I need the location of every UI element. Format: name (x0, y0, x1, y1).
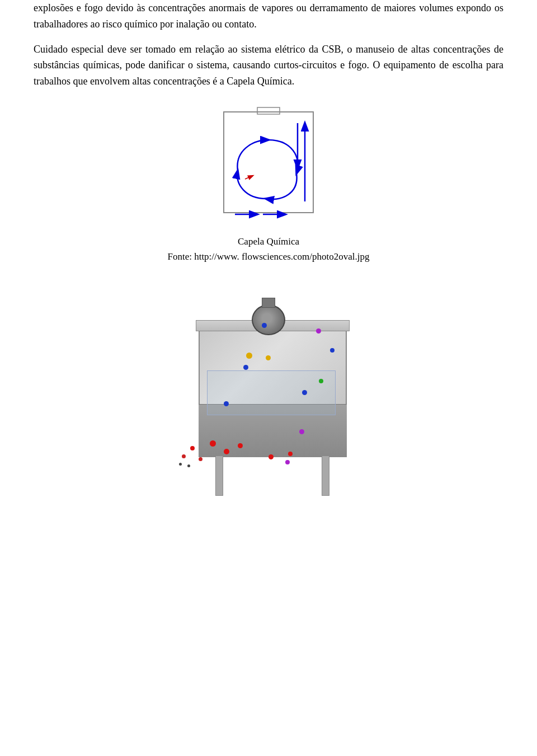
hood-glass-sash (207, 370, 336, 415)
figure-1-caption: Capela Química (238, 234, 299, 249)
figure-1: Capela Química Fonte: http://www. flowsc… (34, 106, 503, 275)
figure-2 (34, 292, 503, 499)
paragraph-2: Cuidado especial deve ser tomado em rela… (34, 41, 503, 90)
hood-leg-front-right (322, 456, 329, 496)
dot-dark-1 (179, 463, 182, 466)
dot-red-8 (199, 457, 202, 461)
dot-purple-3 (285, 460, 290, 464)
hood-duct (262, 298, 275, 308)
dot-red-4 (268, 454, 274, 459)
figure-1-source: Fonte: http://www. flowsciences.com/phot… (167, 249, 369, 264)
dot-dark-2 (187, 464, 190, 467)
paragraph-1: explosões e fogo devido às concentrações… (34, 0, 503, 32)
dot-red-6 (190, 446, 195, 450)
hood-motor (252, 304, 285, 335)
paragraph-2-text: Cuidado especial deve ser tomado em rela… (34, 44, 503, 87)
hood-leg-front-left (215, 456, 223, 496)
svg-rect-1 (257, 107, 280, 114)
chapel-airflow-diagram (207, 106, 330, 229)
fume-hood-illustration (157, 292, 380, 499)
svg-line-7 (245, 176, 253, 179)
paragraph-1-text: explosões e fogo devido às concentrações… (34, 2, 503, 30)
dot-red-7 (182, 454, 186, 458)
